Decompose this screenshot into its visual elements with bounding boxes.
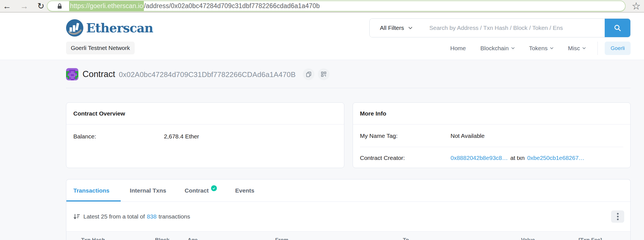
forward-icon[interactable]: →: [20, 2, 28, 10]
at-txn-text: at txn: [510, 155, 525, 161]
search-bar: All Filters: [369, 18, 631, 37]
search-filter-label: All Filters: [380, 25, 404, 31]
contract-identicon: [66, 68, 78, 80]
copy-address-button[interactable]: [303, 68, 314, 80]
col-txn-hash: Txn Hash: [81, 237, 105, 240]
nav-blockchain[interactable]: Blockchain: [480, 45, 515, 52]
bookmark-star-icon[interactable]: ☆: [632, 0, 641, 12]
nav-divider: [597, 42, 598, 55]
chevron-down-icon: [550, 47, 553, 49]
tab-contract[interactable]: Contract: [175, 179, 226, 201]
back-icon[interactable]: ←: [3, 2, 11, 10]
address-bar[interactable]: https://goerli.etherscan.io/address/0x02…: [47, 1, 626, 11]
creation-txn-link[interactable]: 0xbe250cb1e68267…: [527, 155, 585, 161]
search-button[interactable]: [605, 19, 630, 37]
page-content: Contract 0x02A0bc47284d709C31Dbf7782266C…: [0, 60, 644, 240]
nav-tokens[interactable]: Tokens: [529, 45, 554, 52]
transactions-table-header: Txn Hash Block Age From To Value [Txn Fe…: [66, 231, 630, 240]
main-nav: Home Blockchain Tokens Misc Goerli: [450, 42, 631, 55]
options-kebab-button[interactable]: [611, 210, 624, 223]
page-title: Contract: [83, 69, 115, 79]
nav-home-label: Home: [450, 45, 466, 52]
name-tag-value: Not Available: [451, 133, 485, 139]
row-divider: [360, 147, 623, 147]
url-text: https://goerli.etherscan.io/address/0x02…: [69, 2, 320, 10]
url-domain-highlight: https://goerli.etherscan.io: [69, 1, 144, 11]
latest-prefix: Latest 25 from a total of: [83, 213, 145, 220]
chevron-down-icon: [408, 27, 412, 29]
nav-misc-label: Misc: [568, 45, 580, 52]
balance-row: Balance: 2,678.4 Ether: [66, 133, 344, 140]
contract-creator-label: Contract Creator:: [360, 155, 451, 161]
nav-blockchain-label: Blockchain: [480, 45, 509, 52]
chevron-down-icon: [511, 47, 515, 49]
name-tag-label: My Name Tag:: [360, 133, 451, 139]
col-age: Age: [188, 237, 198, 240]
col-block: Block: [155, 237, 170, 240]
tab-internal-txns-label: Internal Txns: [130, 187, 166, 194]
qr-code-button[interactable]: [318, 68, 330, 80]
more-info-card-title: More Info: [353, 103, 630, 124]
kebab-dot: [617, 216, 619, 217]
chevron-down-icon: [582, 47, 586, 49]
browser-chrome: ← → ↻ https://goerli.etherscan.io/addres…: [0, 0, 644, 13]
balance-value: 2,678.4 Ether: [164, 133, 199, 140]
contract-title-row: Contract 0x02A0bc47284d709C31Dbf7782266C…: [66, 68, 330, 80]
balance-label: Balance:: [73, 133, 164, 140]
nav-misc[interactable]: Misc: [568, 45, 586, 52]
col-value: Value: [521, 237, 535, 240]
search-input[interactable]: [423, 19, 605, 37]
network-switch-button[interactable]: Goerli: [605, 42, 631, 55]
tab-events-label: Events: [235, 187, 255, 194]
nav-home[interactable]: Home: [450, 45, 466, 52]
contract-overview-card: Contract Overview Balance: 2,678.4 Ether: [66, 102, 344, 168]
etherscan-logo[interactable]: Etherscan: [66, 19, 153, 37]
network-badge: Goerli Testnet Network: [66, 42, 135, 54]
tab-transactions[interactable]: Transactions: [66, 179, 121, 201]
transactions-toolbar: Latest 25 from a total of838transactions: [66, 202, 630, 231]
transactions-card: Transactions Internal Txns Contract Even…: [66, 179, 631, 240]
latest-suffix: transactions: [159, 213, 190, 220]
lock-icon[interactable]: [56, 3, 63, 9]
total-count-link[interactable]: 838: [147, 213, 157, 220]
search-icon: [614, 24, 621, 32]
sort-amount-down-icon: [73, 213, 80, 220]
brand-name: Etherscan: [86, 21, 153, 35]
col-from: From: [275, 237, 289, 240]
reload-icon[interactable]: ↻: [37, 2, 44, 10]
kebab-dot: [617, 219, 619, 220]
kebab-dot: [617, 213, 619, 215]
verified-check-icon: [211, 185, 217, 191]
tab-row: Transactions Internal Txns Contract Even…: [66, 179, 630, 202]
contract-creator-row: Contract Creator: 0x8882042b8e93c8…at tx…: [353, 155, 630, 161]
site-header: Etherscan Goerli Testnet Network All Fil…: [0, 13, 644, 60]
qr-code-icon: [321, 71, 326, 77]
name-tag-row: My Name Tag: Not Available: [353, 133, 630, 139]
creator-address-link[interactable]: 0x8882042b8e93c8…: [451, 155, 508, 161]
copy-icon: [306, 71, 312, 77]
overview-card-title: Contract Overview: [66, 103, 344, 124]
url-path: /address/0x02a0bc47284d709c31dbf7782266c…: [144, 2, 319, 9]
tab-contract-label: Contract: [185, 187, 209, 194]
tab-transactions-label: Transactions: [73, 187, 110, 194]
col-txn-fee: [Txn Fee]: [578, 237, 602, 240]
contract-creator-value: 0x8882042b8e93c8…at txn0xbe250cb1e68267…: [451, 155, 584, 161]
nav-tokens-label: Tokens: [529, 45, 548, 52]
latest-transactions-text: Latest 25 from a total of838transactions: [83, 213, 190, 220]
etherscan-logo-icon: [66, 19, 83, 37]
tab-events[interactable]: Events: [226, 179, 264, 201]
col-to: To: [403, 237, 409, 240]
contract-address: 0x02A0bc47284d709C31Dbf7782266CDAd6a1A47…: [119, 69, 296, 79]
more-info-card: More Info My Name Tag: Not Available Con…: [353, 102, 631, 168]
tab-internal-txns[interactable]: Internal Txns: [121, 179, 176, 201]
search-filter-dropdown[interactable]: All Filters: [370, 19, 423, 37]
title-divider: [66, 88, 631, 88]
